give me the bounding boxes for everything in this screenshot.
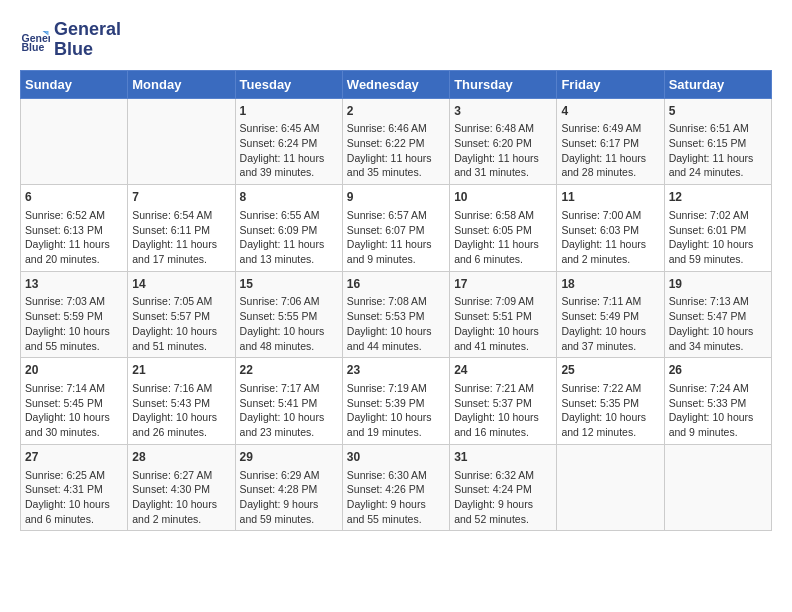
day-info: Sunrise: 6:45 AM bbox=[240, 121, 338, 136]
day-info: Daylight: 9 hours and 55 minutes. bbox=[347, 497, 445, 526]
day-cell: 23Sunrise: 7:19 AMSunset: 5:39 PMDayligh… bbox=[342, 358, 449, 445]
day-cell: 10Sunrise: 6:58 AMSunset: 6:05 PMDayligh… bbox=[450, 185, 557, 272]
day-info: Sunset: 4:24 PM bbox=[454, 482, 552, 497]
day-number: 3 bbox=[454, 103, 552, 120]
day-cell: 6Sunrise: 6:52 AMSunset: 6:13 PMDaylight… bbox=[21, 185, 128, 272]
day-info: Daylight: 10 hours and 44 minutes. bbox=[347, 324, 445, 353]
day-info: Sunrise: 6:51 AM bbox=[669, 121, 767, 136]
day-number: 7 bbox=[132, 189, 230, 206]
day-info: Sunrise: 6:25 AM bbox=[25, 468, 123, 483]
day-info: Sunrise: 6:58 AM bbox=[454, 208, 552, 223]
logo: General Blue General Blue bbox=[20, 20, 121, 60]
week-row-4: 20Sunrise: 7:14 AMSunset: 5:45 PMDayligh… bbox=[21, 358, 772, 445]
day-info: Sunset: 5:53 PM bbox=[347, 309, 445, 324]
day-info: Daylight: 10 hours and 55 minutes. bbox=[25, 324, 123, 353]
day-cell: 26Sunrise: 7:24 AMSunset: 5:33 PMDayligh… bbox=[664, 358, 771, 445]
day-info: Daylight: 11 hours and 2 minutes. bbox=[561, 237, 659, 266]
day-cell: 29Sunrise: 6:29 AMSunset: 4:28 PMDayligh… bbox=[235, 444, 342, 531]
day-cell: 5Sunrise: 6:51 AMSunset: 6:15 PMDaylight… bbox=[664, 98, 771, 185]
day-info: Sunrise: 7:08 AM bbox=[347, 294, 445, 309]
day-info: Sunrise: 7:16 AM bbox=[132, 381, 230, 396]
day-info: Sunrise: 7:19 AM bbox=[347, 381, 445, 396]
day-info: Sunrise: 7:06 AM bbox=[240, 294, 338, 309]
day-info: Daylight: 11 hours and 6 minutes. bbox=[454, 237, 552, 266]
day-info: Sunrise: 6:52 AM bbox=[25, 208, 123, 223]
day-info: Daylight: 11 hours and 31 minutes. bbox=[454, 151, 552, 180]
day-info: Daylight: 10 hours and 26 minutes. bbox=[132, 410, 230, 439]
day-cell: 24Sunrise: 7:21 AMSunset: 5:37 PMDayligh… bbox=[450, 358, 557, 445]
day-info: Sunrise: 7:14 AM bbox=[25, 381, 123, 396]
day-info: Sunset: 5:51 PM bbox=[454, 309, 552, 324]
day-info: Sunrise: 6:55 AM bbox=[240, 208, 338, 223]
week-row-1: 1Sunrise: 6:45 AMSunset: 6:24 PMDaylight… bbox=[21, 98, 772, 185]
day-cell: 8Sunrise: 6:55 AMSunset: 6:09 PMDaylight… bbox=[235, 185, 342, 272]
day-info: Sunrise: 6:30 AM bbox=[347, 468, 445, 483]
logo-text: General Blue bbox=[54, 20, 121, 60]
day-number: 5 bbox=[669, 103, 767, 120]
day-info: Sunrise: 6:46 AM bbox=[347, 121, 445, 136]
day-info: Daylight: 9 hours and 52 minutes. bbox=[454, 497, 552, 526]
day-info: Daylight: 11 hours and 24 minutes. bbox=[669, 151, 767, 180]
day-info: Sunrise: 7:02 AM bbox=[669, 208, 767, 223]
day-number: 6 bbox=[25, 189, 123, 206]
day-cell: 4Sunrise: 6:49 AMSunset: 6:17 PMDaylight… bbox=[557, 98, 664, 185]
day-number: 14 bbox=[132, 276, 230, 293]
header-cell-thursday: Thursday bbox=[450, 70, 557, 98]
day-info: Sunrise: 7:09 AM bbox=[454, 294, 552, 309]
day-number: 19 bbox=[669, 276, 767, 293]
week-row-5: 27Sunrise: 6:25 AMSunset: 4:31 PMDayligh… bbox=[21, 444, 772, 531]
day-info: Sunset: 5:35 PM bbox=[561, 396, 659, 411]
day-info: Sunset: 5:33 PM bbox=[669, 396, 767, 411]
day-cell: 1Sunrise: 6:45 AMSunset: 6:24 PMDaylight… bbox=[235, 98, 342, 185]
day-info: Daylight: 10 hours and 2 minutes. bbox=[132, 497, 230, 526]
day-cell bbox=[128, 98, 235, 185]
day-number: 15 bbox=[240, 276, 338, 293]
day-info: Sunset: 6:24 PM bbox=[240, 136, 338, 151]
day-info: Sunset: 5:37 PM bbox=[454, 396, 552, 411]
header-cell-wednesday: Wednesday bbox=[342, 70, 449, 98]
day-info: Daylight: 11 hours and 35 minutes. bbox=[347, 151, 445, 180]
day-info: Daylight: 10 hours and 9 minutes. bbox=[669, 410, 767, 439]
day-info: Daylight: 10 hours and 23 minutes. bbox=[240, 410, 338, 439]
day-info: Sunset: 6:09 PM bbox=[240, 223, 338, 238]
day-info: Sunrise: 6:32 AM bbox=[454, 468, 552, 483]
day-number: 28 bbox=[132, 449, 230, 466]
day-number: 26 bbox=[669, 362, 767, 379]
day-cell: 28Sunrise: 6:27 AMSunset: 4:30 PMDayligh… bbox=[128, 444, 235, 531]
day-info: Sunrise: 7:13 AM bbox=[669, 294, 767, 309]
day-cell: 31Sunrise: 6:32 AMSunset: 4:24 PMDayligh… bbox=[450, 444, 557, 531]
day-info: Sunset: 5:41 PM bbox=[240, 396, 338, 411]
day-number: 27 bbox=[25, 449, 123, 466]
header-cell-friday: Friday bbox=[557, 70, 664, 98]
day-cell: 21Sunrise: 7:16 AMSunset: 5:43 PMDayligh… bbox=[128, 358, 235, 445]
day-number: 29 bbox=[240, 449, 338, 466]
day-info: Daylight: 10 hours and 59 minutes. bbox=[669, 237, 767, 266]
header-cell-tuesday: Tuesday bbox=[235, 70, 342, 98]
day-info: Sunrise: 6:54 AM bbox=[132, 208, 230, 223]
day-info: Daylight: 10 hours and 16 minutes. bbox=[454, 410, 552, 439]
day-info: Sunset: 4:26 PM bbox=[347, 482, 445, 497]
day-info: Sunrise: 6:27 AM bbox=[132, 468, 230, 483]
day-cell bbox=[557, 444, 664, 531]
day-info: Sunrise: 6:57 AM bbox=[347, 208, 445, 223]
day-cell: 13Sunrise: 7:03 AMSunset: 5:59 PMDayligh… bbox=[21, 271, 128, 358]
day-info: Sunset: 6:20 PM bbox=[454, 136, 552, 151]
header-row: SundayMondayTuesdayWednesdayThursdayFrid… bbox=[21, 70, 772, 98]
day-cell: 3Sunrise: 6:48 AMSunset: 6:20 PMDaylight… bbox=[450, 98, 557, 185]
day-cell: 2Sunrise: 6:46 AMSunset: 6:22 PMDaylight… bbox=[342, 98, 449, 185]
day-number: 22 bbox=[240, 362, 338, 379]
day-number: 30 bbox=[347, 449, 445, 466]
day-number: 13 bbox=[25, 276, 123, 293]
day-cell: 14Sunrise: 7:05 AMSunset: 5:57 PMDayligh… bbox=[128, 271, 235, 358]
day-info: Sunrise: 7:11 AM bbox=[561, 294, 659, 309]
header-cell-sunday: Sunday bbox=[21, 70, 128, 98]
day-info: Daylight: 10 hours and 48 minutes. bbox=[240, 324, 338, 353]
day-number: 10 bbox=[454, 189, 552, 206]
day-info: Daylight: 10 hours and 37 minutes. bbox=[561, 324, 659, 353]
day-number: 17 bbox=[454, 276, 552, 293]
day-cell: 18Sunrise: 7:11 AMSunset: 5:49 PMDayligh… bbox=[557, 271, 664, 358]
day-number: 24 bbox=[454, 362, 552, 379]
day-info: Sunset: 6:22 PM bbox=[347, 136, 445, 151]
header-cell-monday: Monday bbox=[128, 70, 235, 98]
day-cell: 11Sunrise: 7:00 AMSunset: 6:03 PMDayligh… bbox=[557, 185, 664, 272]
